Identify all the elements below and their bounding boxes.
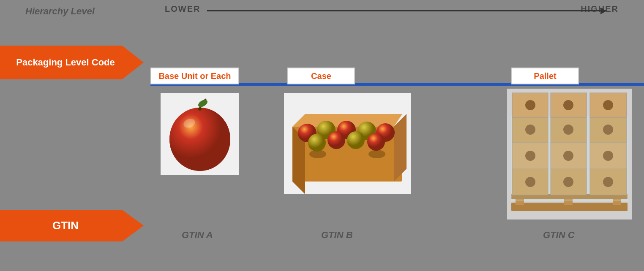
svg-point-5 — [198, 107, 202, 111]
svg-point-2 — [169, 108, 230, 171]
svg-point-20 — [347, 131, 365, 149]
apple-image — [161, 93, 239, 175]
packaging-level-label: Packaging Level Code — [16, 57, 115, 68]
gtin-a-label: GTIN A — [182, 230, 213, 241]
svg-point-51 — [563, 100, 573, 110]
gtin-label: GTIN — [52, 219, 79, 232]
case-image — [284, 93, 411, 194]
svg-point-50 — [525, 100, 535, 110]
hierarchy-arrow-line — [207, 10, 606, 11]
gtin-arrow: GTIN — [0, 210, 144, 241]
hierarchy-level-label: Hierarchy Level — [25, 6, 95, 17]
svg-point-21 — [367, 133, 385, 151]
svg-point-19 — [327, 131, 345, 149]
pallet-image — [507, 89, 632, 220]
base-unit-label-box: Base Unit or Each — [150, 68, 239, 84]
gtin-b-label: GTIN B — [321, 230, 353, 241]
packaging-level-arrow: Packaging Level Code — [0, 46, 144, 79]
higher-label: HIGHER — [581, 4, 619, 14]
pallet-label-box: Pallet — [511, 68, 579, 84]
diagram-container: Hierarchy Level LOWER HIGHER Packaging L… — [0, 0, 644, 271]
svg-point-52 — [603, 100, 613, 110]
svg-rect-46 — [511, 117, 628, 201]
gtin-c-label: GTIN C — [543, 230, 575, 241]
svg-point-18 — [308, 134, 326, 152]
case-label-box: Case — [287, 68, 355, 84]
lower-label: LOWER — [165, 4, 200, 14]
svg-point-12 — [368, 150, 385, 158]
